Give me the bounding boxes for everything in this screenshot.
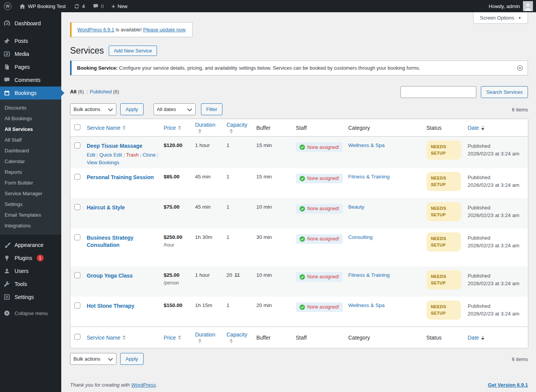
- sidebar-item-users[interactable]: Users: [0, 265, 61, 278]
- row-checkbox[interactable]: [74, 272, 80, 278]
- publish-date: 2026/02/23 at 3:24 am: [468, 212, 520, 218]
- submenu-settings[interactable]: Settings: [0, 199, 61, 209]
- select-all-checkbox[interactable]: [74, 334, 80, 340]
- sidebar-item-comments[interactable]: Comments: [0, 74, 61, 87]
- column-header-date[interactable]: Date: [465, 119, 528, 137]
- category-link[interactable]: Wellness & Spa: [348, 302, 385, 308]
- column-header-price[interactable]: Price: [161, 119, 193, 137]
- comments-menu[interactable]: 0: [89, 0, 108, 12]
- dates-filter-select[interactable]: All dates: [154, 103, 196, 115]
- select-all-checkbox[interactable]: [74, 124, 80, 130]
- row-checkbox[interactable]: [74, 302, 80, 309]
- sidebar-item-appearance[interactable]: Appearance: [0, 238, 61, 252]
- submenu-all-staff[interactable]: All Staff: [0, 134, 61, 145]
- updates-menu[interactable]: 4: [70, 0, 89, 12]
- get-version-link[interactable]: Get Version 6.9.1: [488, 382, 528, 388]
- row-checkbox[interactable]: [74, 234, 80, 240]
- update-nag-text: is available!: [114, 27, 143, 33]
- sort-icon: [123, 335, 126, 340]
- users-icon: [3, 267, 11, 275]
- view-bookings-link[interactable]: View Bookings: [87, 160, 119, 165]
- check-circle-icon: [299, 274, 305, 280]
- filter-button[interactable]: Filter: [201, 103, 223, 115]
- collapse-menu-button[interactable]: Collapse menu: [0, 307, 61, 320]
- row-checkbox[interactable]: [74, 204, 80, 210]
- wordpress-version-link[interactable]: WordPress 6.9.1: [77, 27, 114, 33]
- search-services-input[interactable]: [400, 86, 476, 98]
- sidebar-item-tools[interactable]: Tools: [0, 278, 61, 291]
- service-name-link[interactable]: Business Strategy Consultation: [87, 234, 144, 249]
- column-header-capacity[interactable]: Capacity: [224, 119, 254, 137]
- bulk-actions-select[interactable]: Bulk actions: [70, 103, 116, 115]
- apply-button-bottom[interactable]: Apply: [120, 353, 144, 365]
- filter-all-link[interactable]: All (6): [70, 89, 84, 95]
- service-name-link[interactable]: Hot Stone Therapy: [87, 302, 134, 310]
- row-checkbox[interactable]: [74, 142, 80, 149]
- new-menu[interactable]: + New: [108, 0, 131, 12]
- column-header-service-name[interactable]: Service Name: [84, 119, 161, 137]
- submenu-reports[interactable]: Reports: [0, 167, 61, 177]
- service-name-link[interactable]: Deep Tissue Massage: [87, 142, 142, 150]
- column-footer-category: Category: [346, 327, 424, 348]
- sidebar-label: Comments: [15, 77, 41, 83]
- service-name-link[interactable]: Personal Training Session: [87, 174, 154, 181]
- staff-badge: None assigned!: [296, 142, 343, 152]
- wordpress-link[interactable]: WordPress: [131, 382, 156, 388]
- sidebar-item-posts[interactable]: Posts: [0, 34, 61, 47]
- column-footer-date[interactable]: Date: [465, 327, 528, 348]
- wordpress-logo-menu[interactable]: W: [0, 0, 15, 12]
- row-checkbox[interactable]: [74, 174, 80, 180]
- sidebar-item-bookings[interactable]: Bookings: [0, 87, 61, 100]
- howdy-text[interactable]: Howdy, admin: [489, 3, 520, 9]
- avatar[interactable]: [523, 1, 533, 11]
- bulk-actions-select-bottom[interactable]: Bulk actions: [70, 353, 116, 365]
- column-footer-service-name[interactable]: Service Name: [84, 327, 161, 348]
- submenu-all-bookings[interactable]: All Bookings: [0, 113, 61, 124]
- submenu-service-manager[interactable]: Service Manager: [0, 188, 61, 199]
- category-link[interactable]: Fitness & Training: [348, 174, 390, 180]
- search-services-button[interactable]: Search Services: [481, 86, 528, 98]
- screen-options-button[interactable]: Screen Options ▼: [473, 12, 528, 24]
- submenu-dashboard[interactable]: Dashboard: [0, 145, 61, 156]
- submenu-integrations[interactable]: Integrations: [0, 220, 61, 231]
- sidebar-item-dashboard[interactable]: Dashboard: [0, 17, 61, 30]
- column-header-duration[interactable]: Duration: [193, 119, 224, 137]
- quick-edit-link[interactable]: Quick Edit: [100, 152, 122, 158]
- clone-link[interactable]: Clone: [143, 152, 156, 158]
- sidebar-item-pages[interactable]: Pages: [0, 60, 61, 74]
- site-name-link[interactable]: WP Booking Test: [15, 0, 70, 12]
- sort-icon: [481, 335, 484, 340]
- submenu-all-services[interactable]: All Services: [0, 124, 61, 134]
- column-header-buffer: Buffer: [254, 119, 293, 137]
- sidebar-label: Media: [15, 51, 29, 57]
- trash-link[interactable]: Trash: [126, 152, 139, 158]
- service-name-link[interactable]: Haircut & Style: [87, 204, 125, 211]
- update-icon: [74, 3, 80, 10]
- duration-value: 1 hour: [193, 266, 224, 297]
- column-footer-price[interactable]: Price: [161, 327, 193, 348]
- apply-button[interactable]: Apply: [120, 103, 144, 115]
- submenu-email-templates[interactable]: Email Templates: [0, 209, 61, 220]
- update-now-link[interactable]: Please update now: [143, 27, 185, 33]
- site-name: WP Booking Test: [28, 3, 66, 9]
- category-link[interactable]: Wellness & Spa: [348, 142, 385, 148]
- comments-icon: [3, 76, 11, 84]
- service-name-link[interactable]: Group Yoga Class: [87, 272, 133, 279]
- submenu-form-builder[interactable]: Form Builder: [0, 177, 61, 188]
- category-link[interactable]: Fitness & Training: [348, 272, 390, 278]
- sidebar-item-settings[interactable]: Settings: [0, 291, 61, 304]
- column-footer-duration[interactable]: Duration: [193, 327, 224, 348]
- sidebar-item-plugins[interactable]: Plugins 1: [0, 252, 61, 265]
- submenu-discounts[interactable]: Discounts: [0, 102, 61, 113]
- dismiss-notice-button[interactable]: [516, 65, 523, 72]
- check-circle-icon: [299, 144, 305, 150]
- sidebar-label: Dashboard: [15, 20, 41, 26]
- edit-link[interactable]: Edit: [87, 152, 95, 158]
- sidebar-item-media[interactable]: Media: [0, 47, 61, 60]
- category-link[interactable]: Consulting: [348, 234, 373, 240]
- add-new-service-button[interactable]: Add New Service: [109, 46, 157, 56]
- filter-published-link[interactable]: Published (6): [90, 89, 119, 95]
- category-link[interactable]: Beauty: [348, 204, 364, 210]
- column-footer-capacity[interactable]: Capacity: [224, 327, 254, 348]
- submenu-calendar[interactable]: Calendar: [0, 156, 61, 167]
